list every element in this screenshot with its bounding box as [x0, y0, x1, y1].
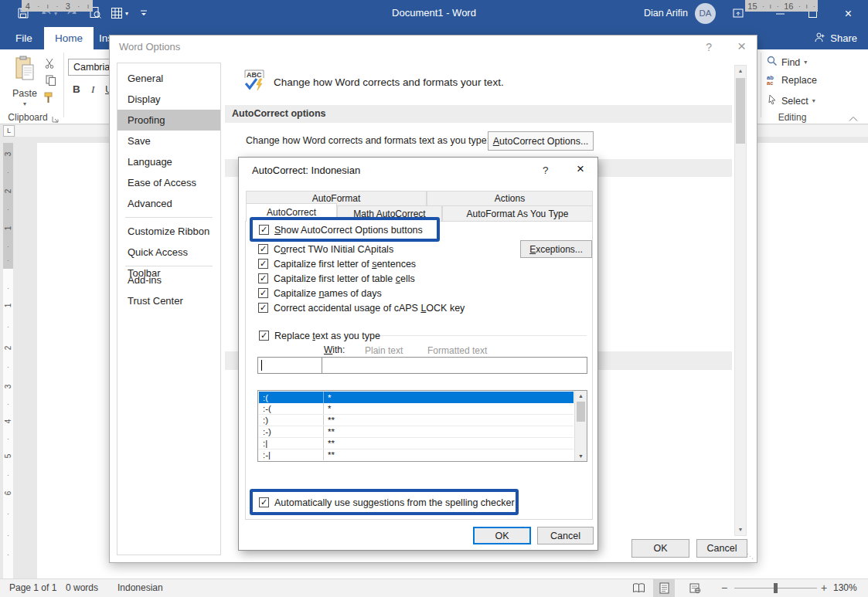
account-name[interactable]: Dian Arifin	[644, 8, 688, 19]
zoom-slider-thumb[interactable]	[774, 583, 778, 593]
vertical-ruler-number: 1	[4, 300, 12, 310]
select-button[interactable]: Select ▾	[767, 94, 815, 107]
checkbox-box[interactable]: ✓	[259, 497, 269, 507]
sidebar-item-general[interactable]: General	[117, 68, 220, 89]
zoom-level[interactable]: 130%	[833, 582, 857, 593]
close-button[interactable]: ×	[829, 0, 868, 27]
checkbox-replace-text-as-you-type[interactable]: ✓Replace text as you type	[259, 328, 380, 343]
share-button[interactable]: Share	[814, 27, 857, 49]
italic-button[interactable]: I	[91, 83, 95, 96]
ruler-mark: ı	[87, 2, 90, 10]
zoom-in-button[interactable]: +	[821, 582, 827, 594]
read-mode-button[interactable]	[628, 579, 649, 597]
sidebar-item-quick-access-toolbar[interactable]: Quick Access Toolbar	[117, 242, 220, 263]
zoom-out-button[interactable]: −	[721, 582, 727, 594]
sidebar-item-ease-of-access[interactable]: Ease of Access	[117, 172, 220, 193]
checkbox-capitalize-first-letter-of-sentences[interactable]: ✓Capitalize first letter of sentences	[258, 256, 513, 271]
print-layout-button[interactable]	[653, 579, 675, 597]
autocorrect-cancel-button[interactable]: Cancel	[537, 527, 594, 544]
replacement-row[interactable]: :)**	[259, 415, 574, 426]
clipboard-group-label: Clipboard	[3, 112, 53, 123]
replacement-list[interactable]: :(*:-(*:)**:-)**:|**:-|** ▲ ▼	[257, 390, 587, 462]
ruler-mark: ·	[77, 2, 80, 10]
highlight-box-spelling-suggestions: ✓Automatically use suggestions from the …	[250, 489, 519, 515]
replacement-row[interactable]: :|**	[259, 438, 574, 449]
word-options-cancel-button[interactable]: Cancel	[696, 539, 747, 558]
scrollbar-thumb[interactable]	[736, 78, 745, 144]
tab-file[interactable]: File	[6, 27, 42, 49]
word-count[interactable]: 0 words	[66, 582, 98, 593]
checkbox-box[interactable]: ✓	[258, 259, 268, 269]
replacement-row[interactable]: :-(*	[259, 403, 574, 415]
replace-input[interactable]	[257, 357, 322, 374]
avatar[interactable]: DA	[695, 3, 716, 24]
close-dialog-button[interactable]: ×	[577, 161, 584, 177]
checkbox-capitalize-names-of-days[interactable]: ✓Capitalize names of days	[258, 286, 513, 300]
replacement-to: *	[323, 392, 574, 403]
checkbox-show-autocorrect-options-buttons[interactable]: ✓Show AutoCorrect Options buttons	[259, 222, 437, 237]
exceptions-button[interactable]: Exceptions...	[520, 240, 592, 258]
sidebar-item-save[interactable]: Save	[117, 131, 220, 151]
cut-icon[interactable]	[43, 57, 56, 70]
tab-home[interactable]: Home	[44, 27, 94, 49]
replacement-row[interactable]: :-|**	[259, 449, 574, 460]
checkbox-box[interactable]: ✓	[258, 288, 268, 298]
replace-button[interactable]: abac Replace	[767, 75, 817, 86]
resize-grip[interactable]: ⋱	[747, 552, 754, 560]
group-divider	[372, 335, 587, 336]
format-painter-icon[interactable]	[43, 92, 55, 104]
checkbox-automatically-use-suggestions-from-the-spelling-checker[interactable]: ✓Automatically use suggestions from the …	[259, 495, 516, 510]
options-scrollbar[interactable]: ▲ ▼	[734, 65, 747, 536]
scroll-down-icon[interactable]: ▼	[575, 451, 587, 461]
vertical-ruler-number: 2	[4, 186, 12, 196]
help-button[interactable]: ?	[706, 41, 712, 53]
sidebar-item-language[interactable]: Language	[117, 151, 220, 172]
replacement-from: :-)	[259, 427, 323, 436]
scrollbar-thumb[interactable]	[577, 402, 585, 422]
autocorrect-ok-button[interactable]: OK	[473, 527, 531, 544]
checkbox-box[interactable]: ✓	[259, 331, 269, 341]
help-button[interactable]: ?	[543, 165, 549, 176]
checkbox-box[interactable]: ✓	[258, 303, 268, 313]
page-indicator[interactable]: Page 1 of 1	[9, 582, 56, 593]
bold-button[interactable]: B	[73, 83, 80, 95]
checkbox-box[interactable]: ✓	[258, 244, 268, 254]
autocorrect-options-button[interactable]: AutoCorrect Options...	[488, 131, 594, 151]
scroll-up-icon[interactable]: ▲	[575, 391, 587, 401]
find-button[interactable]: Find ▾	[767, 56, 807, 69]
sidebar-item-trust-center[interactable]: Trust Center	[117, 290, 220, 311]
replacement-row[interactable]: :(*	[259, 392, 574, 403]
sidebar-item-display[interactable]: Display	[117, 89, 220, 110]
checkbox-box[interactable]: ✓	[258, 273, 268, 283]
web-layout-button[interactable]	[684, 579, 706, 597]
replacement-list-scrollbar[interactable]: ▲ ▼	[574, 391, 587, 461]
tab-stop-selector[interactable]: L	[3, 125, 15, 137]
paste-button[interactable]: Paste ▾	[6, 53, 43, 113]
tab-actions[interactable]: Actions	[427, 191, 593, 206]
sidebar-item-advanced[interactable]: Advanced	[117, 193, 220, 214]
checkbox-box[interactable]: ✓	[259, 225, 269, 235]
plain-text-label: Plain text	[365, 345, 403, 356]
with-input[interactable]	[322, 357, 587, 374]
sidebar-item-proofing[interactable]: Proofing	[117, 110, 220, 131]
ruler-tick: ·	[3, 551, 13, 558]
word-options-ok-button[interactable]: OK	[631, 539, 689, 558]
clipboard-dialog-launcher-icon[interactable]	[51, 113, 63, 125]
ribbon-display-options-icon[interactable]	[732, 7, 744, 19]
checkbox-capitalize-first-letter-of-table-cells[interactable]: ✓Capitalize first letter of table cells	[258, 271, 513, 286]
scroll-up-icon[interactable]: ▲	[735, 66, 746, 76]
scroll-down-icon[interactable]: ▼	[735, 524, 746, 535]
close-dialog-button[interactable]: ×	[737, 38, 746, 55]
collapse-ribbon-icon[interactable]	[849, 111, 861, 124]
proofing-intro-text: Change how Word corrects and formats you…	[274, 76, 504, 88]
copy-icon[interactable]	[45, 74, 57, 86]
sidebar-item-customize-ribbon[interactable]: Customize Ribbon	[117, 221, 220, 242]
replacement-row[interactable]: :-)**	[259, 426, 574, 438]
checkbox-label: Replace text as you type	[274, 331, 380, 341]
checkbox-correct-accidental-usage-of-caps-lock-key[interactable]: ✓Correct accidental usage of cAPS LOCK k…	[258, 300, 513, 315]
checkbox-correct-two-initial-capitals[interactable]: ✓Correct TWo INitial CApitals	[258, 242, 513, 256]
language-indicator[interactable]: Indonesian	[117, 582, 163, 593]
sidebar-item-add-ins[interactable]: Add-ins	[117, 270, 220, 290]
tab-autoformat-as-you-type[interactable]: AutoFormat As You Type	[442, 205, 593, 222]
paste-dropdown-icon[interactable]: ▾	[6, 100, 43, 107]
